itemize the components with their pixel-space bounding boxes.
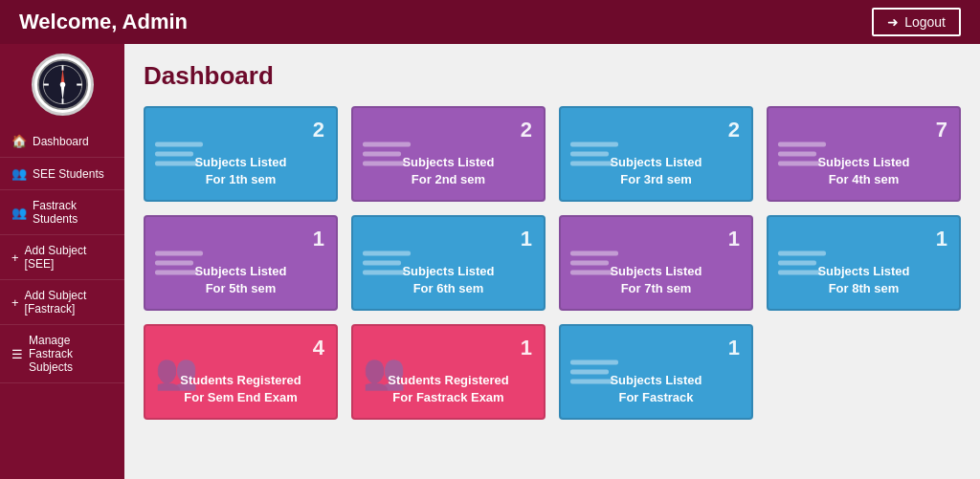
- sidebar-nav: 🏠 Dashboard 👥 SEE Students 👥 Fastrack St…: [0, 125, 124, 383]
- card-count-sem6: 1: [521, 227, 532, 251]
- card-sem6[interactable]: 1Subjects ListedFor 6th sem: [351, 215, 546, 311]
- card-count-sem4: 7: [936, 118, 947, 142]
- card-label-sem5: Subjects ListedFor 5th sem: [157, 263, 324, 297]
- sidebar: 🏠 Dashboard 👥 SEE Students 👥 Fastrack St…: [0, 44, 124, 479]
- card-label-sem1: Subjects ListedFor 1th sem: [157, 154, 324, 188]
- card-label-sem3: Subjects ListedFor 3rd sem: [572, 154, 740, 188]
- dashboard-grid: 2Subjects ListedFor 1th sem2Subjects Lis…: [144, 106, 961, 420]
- card-count-sem1: 2: [313, 118, 324, 142]
- card-line-0: [778, 142, 826, 147]
- card-label-sem2: Subjects ListedFor 2nd sem: [365, 154, 532, 188]
- sidebar-logo: [32, 54, 94, 116]
- app-layout: 🏠 Dashboard 👥 SEE Students 👥 Fastrack St…: [0, 44, 980, 479]
- card-sem4[interactable]: 7Subjects ListedFor 4th sem: [767, 106, 961, 202]
- main-content: Dashboard 2Subjects ListedFor 1th sem2Su…: [124, 44, 980, 479]
- card-count-sem3: 2: [728, 118, 740, 142]
- sidebar-item-add-subject-fastrack[interactable]: + Add Subject [Fastrack]: [0, 280, 124, 325]
- fastrack-students-icon: 👥: [11, 206, 27, 220]
- card-label-sem-end-exam: Students RegisteredFor Sem End Exam: [157, 372, 324, 406]
- card-sem3[interactable]: 2Subjects ListedFor 3rd sem: [559, 106, 753, 202]
- card-label-fastrack-exam: Students RegisteredFor Fastrack Exam: [365, 372, 532, 406]
- card-count-sem5: 1: [313, 227, 324, 251]
- card-line-0: [570, 360, 618, 365]
- sidebar-item-manage-fastrack[interactable]: ☰ Manage Fastrack Subjects: [0, 325, 124, 383]
- card-line-0: [155, 251, 203, 256]
- card-count-sem8: 1: [936, 227, 947, 251]
- card-label-sem7: Subjects ListedFor 7th sem: [572, 263, 740, 297]
- card-fastrack-exam[interactable]: 1👥Students RegisteredFor Fastrack Exam: [351, 324, 546, 420]
- card-line-0: [570, 251, 618, 256]
- logout-icon: ➜: [887, 14, 899, 30]
- see-students-icon: 👥: [11, 166, 27, 181]
- sidebar-item-see-students[interactable]: 👥 SEE Students: [0, 158, 124, 190]
- card-line-0: [363, 251, 411, 256]
- card-count-sem-end-exam: 4: [313, 336, 324, 360]
- card-label-sem6: Subjects ListedFor 6th sem: [365, 263, 532, 297]
- header: Welcome, Admin ➜ Logout: [0, 0, 980, 44]
- logout-button[interactable]: ➜ Logout: [872, 8, 961, 36]
- sidebar-item-add-subject-see[interactable]: + Add Subject [SEE]: [0, 235, 124, 280]
- card-line-0: [363, 142, 411, 147]
- card-sem1[interactable]: 2Subjects ListedFor 1th sem: [144, 106, 338, 202]
- card-sem8[interactable]: 1Subjects ListedFor 8th sem: [767, 215, 961, 311]
- sidebar-item-dashboard[interactable]: 🏠 Dashboard: [0, 125, 124, 158]
- manage-fastrack-icon: ☰: [11, 347, 23, 361]
- card-sem2[interactable]: 2Subjects ListedFor 2nd sem: [351, 106, 546, 202]
- card-line-0: [570, 142, 618, 147]
- card-line-0: [778, 251, 826, 256]
- card-count-fastrack: 1: [728, 336, 740, 360]
- card-count-sem2: 2: [521, 118, 532, 142]
- welcome-title: Welcome, Admin: [19, 10, 188, 34]
- dashboard-icon: 🏠: [11, 134, 27, 148]
- svg-point-8: [59, 82, 65, 88]
- card-count-sem7: 1: [728, 227, 740, 251]
- card-sem-end-exam[interactable]: 4👥Students RegisteredFor Sem End Exam: [144, 324, 338, 420]
- card-fastrack[interactable]: 1Subjects ListedFor Fastrack: [559, 324, 753, 420]
- card-sem7[interactable]: 1Subjects ListedFor 7th sem: [559, 215, 753, 311]
- sidebar-item-fastrack-students[interactable]: 👥 Fastrack Students: [0, 190, 124, 235]
- card-label-sem4: Subjects ListedFor 4th sem: [780, 154, 947, 188]
- card-label-fastrack: Subjects ListedFor Fastrack: [572, 372, 740, 406]
- card-count-fastrack-exam: 1: [521, 336, 532, 360]
- card-label-sem8: Subjects ListedFor 8th sem: [780, 263, 947, 297]
- card-line-0: [155, 142, 203, 147]
- page-title: Dashboard: [144, 61, 961, 91]
- add-subject-fastrack-icon: +: [11, 295, 19, 310]
- card-sem5[interactable]: 1Subjects ListedFor 5th sem: [144, 215, 338, 311]
- add-subject-see-icon: +: [11, 250, 19, 265]
